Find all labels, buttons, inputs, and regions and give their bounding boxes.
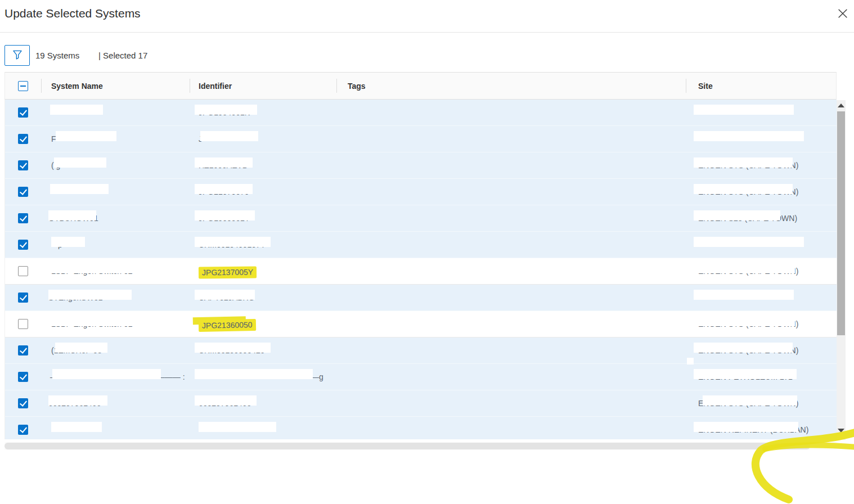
cell-identifier: ———————— ———————g <box>190 364 336 390</box>
redaction-box <box>694 210 780 220</box>
row-checkbox[interactable] <box>18 319 28 329</box>
cell-system-name: p <box>41 232 190 258</box>
redaction-box <box>195 158 253 168</box>
row-checkbox[interactable] <box>18 240 28 250</box>
redaction-box <box>195 237 271 247</box>
table-row: FJ <box>5 126 837 152</box>
scroll-up-icon[interactable] <box>838 104 844 110</box>
page-title: Update Selected Systems <box>5 7 141 20</box>
column-header-identifier: Identifier <box>190 73 336 99</box>
select-all-checkbox[interactable] <box>18 81 28 91</box>
cell-identifier: CRM00100000420 <box>190 338 336 363</box>
cell-identifier: J <box>190 126 336 152</box>
cell-identifier: HZ1000AEVB <box>190 152 336 178</box>
redaction-box <box>199 422 276 432</box>
cell-system-name: LSBP Engen Switch 01 <box>41 311 190 337</box>
row-checkbox[interactable] <box>18 345 28 356</box>
table-row: ( gHZ1000AEVBENGEN STS (CAPE TOWN) <box>5 152 837 179</box>
row-checkbox[interactable] <box>18 425 28 435</box>
row-checkbox[interactable] <box>18 372 28 382</box>
row-checkbox[interactable] <box>18 398 28 408</box>
cell-checkbox <box>5 390 41 416</box>
cell-site: ENGEN PETROLEUM LTD <box>686 364 837 390</box>
cell-system-name: ( g <box>41 152 190 178</box>
cell-site <box>686 285 837 310</box>
cell-checkbox <box>5 417 41 439</box>
table-body: JPG1954001KFJ( gHZ1000AEVBENGEN STS (CAP… <box>5 100 837 439</box>
redaction-box <box>694 422 798 432</box>
highlighted-identifier: JPG2137005Y <box>199 266 257 278</box>
cell-tags <box>336 390 686 416</box>
cell-tags <box>336 311 686 337</box>
redaction-box <box>195 210 255 220</box>
cell-tags <box>336 338 686 363</box>
redaction-box <box>694 105 794 115</box>
cell-site: ENGEN STS (CAPE TOWN) <box>686 179 837 205</box>
redaction-box <box>52 369 161 379</box>
redaction-box <box>55 343 107 353</box>
cell-tags <box>336 205 686 231</box>
redaction-box <box>200 131 258 141</box>
cell-checkbox <box>5 205 41 231</box>
cell-tags <box>336 232 686 258</box>
vertical-scrollbar[interactable] <box>837 100 846 440</box>
row-checkbox[interactable] <box>18 107 28 118</box>
cell-tags <box>336 126 686 152</box>
redaction-box <box>195 184 253 194</box>
cell-tags <box>336 258 686 284</box>
redaction-box <box>694 290 794 300</box>
close-icon[interactable] <box>837 7 850 21</box>
column-header-site: Site <box>686 73 837 99</box>
row-checkbox[interactable] <box>18 266 28 276</box>
horizontal-scrollbar[interactable] <box>5 442 837 450</box>
cell-system-name <box>41 100 190 125</box>
horizontal-scrollbar-thumb[interactable] <box>5 443 810 449</box>
row-checkbox[interactable] <box>18 292 28 303</box>
row-checkbox[interactable] <box>18 134 28 144</box>
row-checkbox[interactable] <box>18 213 28 223</box>
redaction-box <box>50 105 103 115</box>
table-row: JPG1954001K <box>5 100 837 126</box>
cell-checkbox <box>5 364 41 390</box>
redaction-box <box>195 369 313 379</box>
cell-system-name: OTBURGW01 <box>41 205 190 231</box>
table-row: ENGEN REFINERY (DURBAN) <box>5 417 837 439</box>
cell-checkbox <box>5 100 41 125</box>
cell-system-name <box>41 179 190 205</box>
row-checkbox[interactable] <box>18 160 28 170</box>
funnel-filter-icon <box>12 49 23 62</box>
redaction-box <box>51 316 136 326</box>
redaction-box <box>51 237 85 247</box>
row-checkbox[interactable] <box>18 187 28 197</box>
redaction-box <box>687 358 694 364</box>
cell-tags <box>336 417 686 439</box>
scrollbar-thumb[interactable] <box>837 111 845 335</box>
cell-system-name: ———— —————— —————— : <box>41 364 190 390</box>
redaction-box <box>48 395 107 406</box>
table-row: ———— —————— —————— :———————— ———————gENG… <box>5 364 837 390</box>
highlighted-identifier: JPG21360050 <box>199 319 256 332</box>
table-row: OTBURGW01JPG1900001YENGEN S23 (CAPE TOWN… <box>5 205 837 232</box>
cell-system-name: STEngenSW01 <box>41 285 190 310</box>
scroll-down-icon[interactable] <box>838 429 844 435</box>
cell-identifier: JPG1900001Y <box>190 205 336 231</box>
redaction-box <box>694 343 793 353</box>
redaction-box <box>195 343 271 353</box>
table-row: LSBP Engen Switch 02JPG2137005YENGEN STS… <box>5 258 837 285</box>
cell-site: ENGEN REFINERY (DURBAN) <box>686 417 837 439</box>
table-row: (1EMCH5P 03CRM00100000420ENGEN STS (CAPE… <box>5 338 837 364</box>
cell-identifier: JPG1954001K <box>190 100 336 125</box>
cell-site: ENGEN S23 (CAPE TOWN) <box>686 205 837 231</box>
update-selected-systems-modal: Update Selected Systems 19 Systems | Sel… <box>0 0 854 504</box>
redaction-box <box>51 422 102 432</box>
cell-site: ENGEN STS (CAPE TOWN) <box>686 311 837 337</box>
cell-system-name: 660297961466 <box>41 390 190 416</box>
filter-button[interactable] <box>5 45 30 66</box>
table-row: LSBP Engen Switch 01JPG21360050ENGEN STS… <box>5 311 837 338</box>
cell-checkbox <box>5 285 41 310</box>
redaction-box <box>694 237 804 247</box>
cell-identifier <box>190 417 336 439</box>
cell-checkbox <box>5 126 41 152</box>
redaction-box <box>694 184 793 194</box>
redaction-box <box>51 263 136 273</box>
